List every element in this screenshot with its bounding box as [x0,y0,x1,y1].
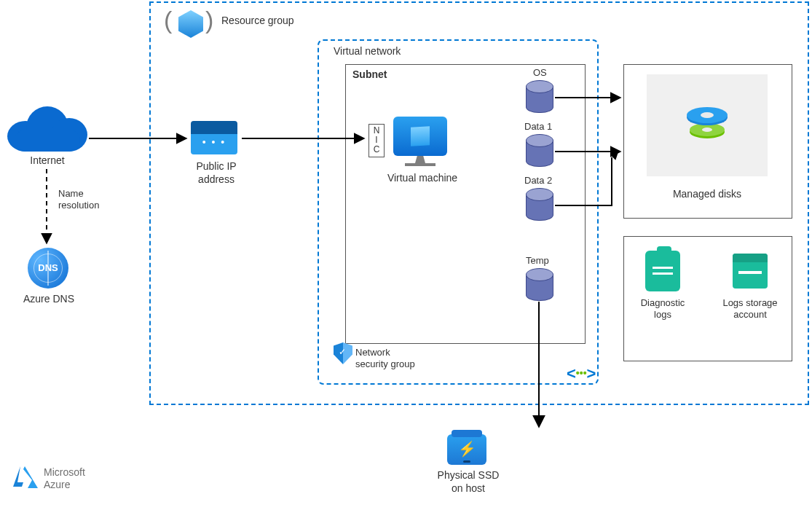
virtual-machine-label: Virtual machine [371,172,473,185]
virtual-machine-icon [393,117,447,156]
os-disk-label: OS [533,67,547,79]
svg-point-2 [702,128,712,132]
dns-badge-text: DNS [28,262,68,273]
managed-disks-label: Managed disks [623,188,791,201]
nic-box: N I C [368,124,385,157]
physical-ssd-label: Physical SSD on host [428,469,508,495]
public-ip-icon [191,121,237,154]
vnet-badge-icon: <•••> [567,364,596,383]
diagnostic-logs-label: Diagnostic logs [628,297,698,321]
azure-dns-label: Azure DNS [15,293,83,306]
resource-group-label: Resource group [221,15,294,28]
resource-group-icon: ( [164,6,172,34]
managed-disks-icon [682,98,733,149]
nsg-label: Network security group [355,347,415,371]
os-disk-icon [526,80,552,112]
nsg-shield-icon [334,342,352,364]
data2-disk-label: Data 2 [524,175,552,187]
physical-ssd-icon: ⚡ [447,434,486,465]
azure-logo-icon [10,462,41,493]
logs-storage-label: Logs storage account [714,297,787,321]
azure-dns-icon: DNS [28,248,68,289]
diagnostic-logs-icon [645,251,680,291]
temp-disk-icon [526,268,552,300]
virtual-network-label: Virtual network [334,45,401,57]
data2-disk-icon [526,188,552,220]
name-resolution-label: Name resolution [58,188,117,212]
data1-disk-label: Data 1 [524,121,552,133]
internet-label: Internet [15,154,80,168]
logs-storage-icon [733,254,768,289]
svg-point-5 [701,112,714,118]
subnet-label: Subnet [352,68,387,80]
azure-logo-text: Microsoft Azure [44,466,85,491]
resource-group-hex-icon [178,10,203,38]
internet-cloud-icon [7,101,87,152]
temp-disk-label: Temp [526,255,549,267]
resource-group-icon-right: ) [205,6,213,34]
data1-disk-icon [526,134,552,166]
public-ip-label: Public IP address [184,160,249,186]
